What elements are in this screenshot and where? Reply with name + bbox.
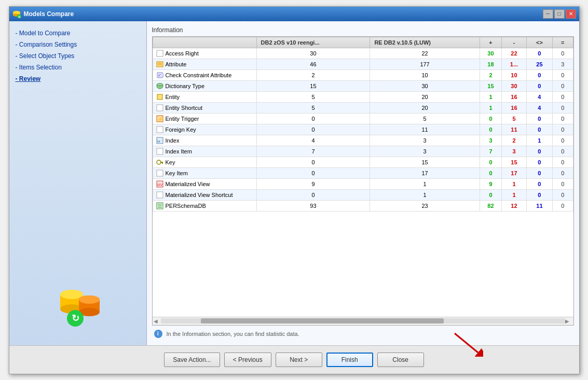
cell-minus: 17: [502, 167, 527, 178]
cell-redb2: 17: [370, 167, 480, 178]
title-bar: ↻ Models Compare ─ □ ✕: [9, 7, 579, 21]
cell-redb2: 22: [370, 48, 480, 59]
cell-plus: 1: [480, 91, 501, 102]
cell-minus: 2: [502, 135, 527, 146]
cell-eq: 0: [553, 167, 573, 178]
sidebar-item-comparison-settings[interactable]: - Comparison Settings: [15, 40, 141, 49]
cell-minus: 1: [502, 178, 527, 189]
finish-button[interactable]: Finish: [326, 353, 373, 367]
obj-name: Check Constraint Attribute: [166, 72, 232, 78]
minimize-button[interactable]: ─: [543, 9, 553, 19]
col-header-plus: +: [480, 37, 501, 48]
cell-db2zos: 0: [256, 189, 370, 200]
svg-point-22: [157, 83, 163, 86]
obj-name: Entity Trigger: [166, 116, 199, 122]
obj-name: PERSchemaDB: [166, 203, 206, 209]
cell-eq: 0: [553, 178, 573, 189]
cell-plus: 1: [480, 102, 501, 113]
sidebar-icon-area: ↻: [15, 283, 141, 337]
col-header-name: [153, 37, 256, 48]
cell-redb2: 3: [370, 135, 480, 146]
obj-name: Key Item: [166, 170, 188, 176]
cell-redb2: 1: [370, 178, 480, 189]
table-row: ⚡ Entity Trigger 050500: [153, 113, 573, 124]
svg-rect-27: [157, 126, 163, 133]
sidebar-item-select-object-types[interactable]: - Select Object Types: [15, 52, 141, 60]
comparison-table-container: DB2 zOS v10 reengi... RE DB2 v.10.5 (LUW…: [152, 36, 574, 326]
previous-button[interactable]: < Previous: [224, 353, 271, 367]
sidebar-item-items-selection[interactable]: - Items Selection: [15, 63, 141, 72]
cell-minus: 3: [502, 146, 527, 157]
svg-point-3: [13, 11, 20, 14]
entity-shortcut-icon: [156, 104, 163, 111]
cell-redb2: 3: [370, 146, 480, 157]
cell-plus: 82: [480, 200, 501, 211]
cell-plus: 9: [480, 178, 501, 189]
maximize-button[interactable]: □: [554, 9, 565, 19]
save-action-button[interactable]: Save Action...: [164, 353, 220, 367]
cell-diff: 0: [526, 189, 552, 200]
cell-minus: 10: [502, 69, 527, 80]
sidebar-item-review[interactable]: - Review: [15, 75, 141, 83]
content-area: - Model to Compare - Comparison Settings…: [9, 21, 579, 345]
bottom-buttons: Save Action... < Previous Next > Finish …: [9, 345, 579, 374]
cell-name: Dictionary Type: [153, 80, 256, 91]
scroll-left-btn[interactable]: ◀: [154, 318, 161, 324]
cell-redb2: 30: [370, 80, 480, 91]
cell-plus: 0: [480, 167, 501, 178]
table-header-row: DB2 zOS v10 reengi... RE DB2 v.10.5 (LUW…: [153, 37, 573, 48]
info-bar: i In the Information section, you can fi…: [152, 326, 574, 340]
cell-redb2: 177: [370, 59, 480, 69]
cell-minus: 5: [502, 113, 527, 124]
cell-eq: 0: [553, 146, 573, 157]
table-scroll[interactable]: DB2 zOS v10 reengi... RE DB2 v.10.5 (LUW…: [153, 37, 573, 317]
svg-text:ix: ix: [157, 139, 160, 144]
horizontal-scrollbar[interactable]: ◀ ▶: [153, 317, 573, 325]
svg-text:MV: MV: [157, 183, 163, 187]
cell-diff: 0: [526, 69, 552, 80]
table-row: MV Materialized View 919100: [153, 178, 573, 189]
cell-redb2: 5: [370, 113, 480, 124]
cell-db2zos: 9: [256, 178, 370, 189]
title-bar-left: ↻ Models Compare: [12, 10, 74, 18]
sidebar-item-model-to-compare[interactable]: - Model to Compare: [15, 29, 141, 37]
arrow-indicator: [452, 331, 483, 358]
svg-rect-23: [157, 94, 162, 100]
close-button[interactable]: Close: [377, 353, 424, 367]
table-row: Key 01501500: [153, 157, 573, 167]
sidebar: - Model to Compare - Comparison Settings…: [9, 21, 147, 345]
cell-name: Entity Shortcut: [153, 102, 256, 113]
obj-name: Materialized View Shortcut: [166, 192, 233, 198]
next-button[interactable]: Next >: [276, 353, 322, 367]
entity-icon: [156, 93, 163, 101]
nav-items: - Model to Compare - Comparison Settings…: [15, 29, 141, 83]
index-icon: ix: [156, 137, 163, 144]
index-item-icon: [156, 148, 163, 155]
svg-point-9: [60, 290, 83, 299]
scrollbar-thumb[interactable]: [201, 318, 443, 323]
cell-eq: 0: [553, 102, 573, 113]
section-label: Information: [152, 26, 574, 34]
close-window-button[interactable]: ✕: [566, 9, 576, 19]
svg-point-13: [79, 295, 100, 304]
materialized-view-icon: MV: [156, 180, 163, 188]
cell-redb2: 1: [370, 189, 480, 200]
cell-minus: 1: [502, 189, 527, 200]
cell-plus: 0: [480, 189, 501, 200]
svg-point-31: [157, 160, 161, 164]
cell-minus: 1...: [502, 59, 527, 69]
table-row: PERSchemaDB 93238212110: [153, 200, 573, 211]
cell-diff: 0: [526, 157, 552, 167]
svg-text:✓: ✓: [158, 73, 161, 78]
svg-text:↻: ↻: [72, 313, 79, 323]
cell-name: Attribute: [153, 59, 256, 69]
cell-diff: 0: [526, 48, 552, 59]
scroll-right-btn[interactable]: ▶: [565, 318, 572, 324]
table-row: ✓ Check Constraint Attribute 21021000: [153, 69, 573, 80]
table-row: ix Index 433210: [153, 135, 573, 146]
cell-db2zos: 4: [256, 135, 370, 146]
main-area: Information DB2 zOS v10 reengi... RE DB2…: [147, 21, 579, 345]
title-buttons: ─ □ ✕: [543, 9, 576, 19]
col-header-db2zos: DB2 zOS v10 reengi...: [256, 37, 370, 48]
svg-text:↻: ↻: [18, 16, 21, 18]
